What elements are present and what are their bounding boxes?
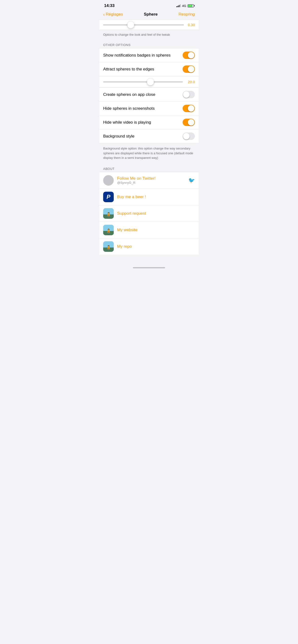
battery-icon: ⚡ (188, 4, 194, 8)
my-repo-row[interactable]: 🧍 My repo (99, 238, 199, 255)
toggle-thumb (188, 52, 194, 58)
home-bar (133, 267, 165, 268)
background-style-label: Background style (103, 134, 134, 139)
twitter-row[interactable]: Follow Me on Twitter! @SynnyG_R 🐦 (99, 172, 199, 189)
bottom-spacer-2 (99, 258, 199, 262)
support-request-row[interactable]: 🧍 Support request (99, 205, 199, 222)
twitter-avatar-icon (103, 175, 114, 186)
create-spheres-toggle[interactable] (183, 91, 195, 98)
show-notifications-label: Show notifications badges in spheres (103, 53, 171, 58)
charging-bolt-icon: ⚡ (189, 5, 191, 7)
network-label: 4G (182, 4, 186, 8)
top-slider-thumb[interactable] (127, 22, 134, 28)
mid-slider-track[interactable] (103, 82, 183, 82)
about-header: ABOUT (99, 163, 199, 172)
respring-button[interactable]: Respring (179, 12, 195, 17)
twitter-handle-label: @SynnyG_R (117, 181, 185, 184)
create-spheres-row: Create spheres on app close (99, 88, 199, 102)
mid-slider-section: 20.0 (99, 76, 199, 88)
website-photo-icon: 🧍 (103, 225, 114, 235)
status-icons: 4G ⚡ (176, 4, 194, 8)
toggle-thumb (183, 91, 190, 98)
person-figure-icon: 🧍 (105, 212, 112, 218)
other-options-header: OTHER OPTIONS (99, 39, 199, 48)
hide-video-row: Hide while video is playing (99, 116, 199, 130)
support-request-label: Support request (117, 211, 195, 216)
nav-bar: ‹ Réglages Sphere Respring (99, 10, 199, 20)
paypal-row[interactable]: P Buy me a beer ! (99, 189, 199, 205)
status-time: 14:33 (104, 3, 114, 8)
attract-spheres-label: Attract spheres to the edges (103, 67, 154, 72)
settings-group-2: Create spheres on app close Hide spheres… (99, 88, 199, 143)
top-slider-track[interactable] (103, 24, 184, 26)
hide-video-label: Hide while video is playing (103, 120, 151, 125)
status-bar: 14:33 4G ⚡ (99, 0, 199, 10)
about-group: Follow Me on Twitter! @SynnyG_R 🐦 P Buy … (99, 172, 199, 255)
toggle-thumb (188, 119, 194, 126)
support-photo-icon: 🧍 (103, 208, 114, 219)
look-feel-description: Options to change the look and feel of t… (99, 30, 199, 39)
attract-spheres-toggle[interactable] (183, 66, 195, 73)
top-slider-row: 0.30 (103, 23, 195, 27)
show-notifications-toggle[interactable] (183, 52, 195, 59)
settings-group-1: Show notifications badges in spheres Att… (99, 48, 199, 76)
twitter-bird-icon: 🐦 (188, 177, 195, 184)
background-style-row: Background style (99, 130, 199, 143)
create-spheres-label: Create spheres on app close (103, 92, 155, 97)
hide-video-toggle[interactable] (183, 118, 195, 126)
top-slider-section: 0.30 (99, 20, 199, 30)
my-repo-label: My repo (117, 244, 195, 249)
back-button[interactable]: ‹ Réglages (103, 12, 123, 17)
hide-screenshots-row: Hide spheres in screenshots (99, 102, 199, 116)
toggle-thumb (183, 133, 190, 140)
mid-slider-thumb[interactable] (147, 78, 154, 85)
bottom-spacer (99, 255, 199, 258)
attract-spheres-row: Attract spheres to the edges (99, 62, 199, 76)
paypal-logo: P (106, 194, 110, 200)
toggle-thumb (188, 105, 194, 112)
repo-photo-icon: 🧍 (103, 241, 114, 252)
person-figure-icon: 🧍 (105, 245, 112, 251)
buy-beer-label: Buy me a beer ! (117, 194, 195, 199)
my-website-label: My website (117, 228, 195, 232)
paypal-icon: P (103, 192, 114, 202)
twitter-info: Follow Me on Twitter! @SynnyG_R (117, 176, 185, 184)
top-slider-value: 0.30 (186, 23, 195, 27)
show-notifications-row: Show notifications badges in spheres (99, 48, 199, 62)
background-style-toggle[interactable] (183, 132, 195, 140)
background-style-description: Background style option: this option cha… (99, 143, 199, 163)
chevron-left-icon: ‹ (103, 12, 105, 17)
mid-slider-row: 20.0 (103, 80, 195, 84)
hide-screenshots-toggle[interactable] (183, 105, 195, 112)
my-website-row[interactable]: 🧍 My website (99, 222, 199, 238)
twitter-name-label: Follow Me on Twitter! (117, 176, 185, 181)
signal-bars-icon (176, 4, 181, 7)
home-indicator (99, 262, 199, 271)
back-label: Réglages (106, 12, 123, 17)
person-figure-icon: 🧍 (105, 228, 112, 235)
page-title: Sphere (144, 12, 158, 17)
mid-slider-value: 20.0 (185, 80, 195, 84)
toggle-thumb (188, 66, 194, 72)
hide-screenshots-label: Hide spheres in screenshots (103, 106, 155, 111)
